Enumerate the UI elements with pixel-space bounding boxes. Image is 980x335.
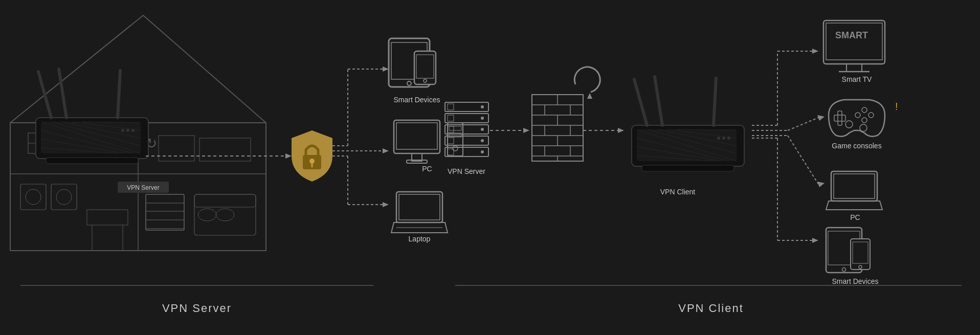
svg-point-88 <box>481 139 484 142</box>
svg-text:VPN Server: VPN Server <box>127 184 159 191</box>
vpn-client-label: VPN Client <box>660 188 696 196</box>
diagram-svg: ↻ <box>0 0 980 335</box>
svg-rect-130 <box>642 165 734 171</box>
vpn-server-right-label: VPN Server <box>448 167 485 175</box>
svg-point-79 <box>481 105 484 108</box>
svg-rect-165 <box>851 239 870 270</box>
svg-text:SMART: SMART <box>835 30 868 40</box>
svg-point-48 <box>309 159 315 164</box>
svg-point-126 <box>727 137 730 140</box>
pc-right-label: PC <box>850 213 860 221</box>
svg-text:!: ! <box>895 101 898 112</box>
svg-point-38 <box>121 129 124 132</box>
svg-point-91 <box>481 150 484 153</box>
svg-point-82 <box>481 117 484 120</box>
bottom-vpn-client-label: VPN Client <box>678 302 744 315</box>
main-container: ↻ <box>0 0 980 335</box>
game-consoles-label: Game consoles <box>832 142 881 150</box>
svg-point-125 <box>722 137 725 140</box>
smart-devices-left-label: Smart Devices <box>393 96 440 104</box>
svg-rect-44 <box>46 158 138 164</box>
pc-left-label: PC <box>422 165 432 173</box>
svg-point-39 <box>126 129 129 132</box>
svg-point-124 <box>717 137 720 140</box>
laptop-left-label: Laptop <box>409 235 431 243</box>
smart-devices-right-label: Smart Devices <box>832 277 878 285</box>
svg-point-40 <box>131 129 135 132</box>
svg-point-85 <box>481 128 484 131</box>
bottom-vpn-server-label: VPN Server <box>162 302 232 315</box>
smart-tv-label: Smart TV <box>842 75 873 83</box>
